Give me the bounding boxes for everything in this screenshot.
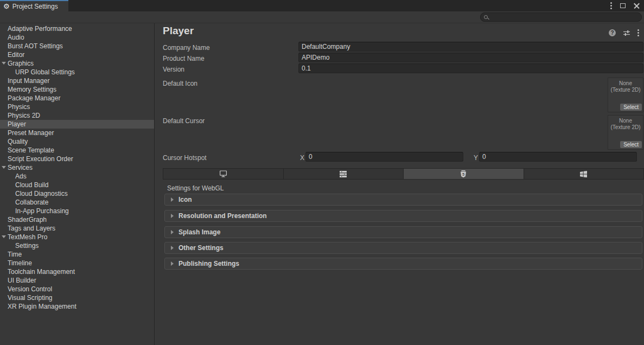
sidebar-item-shadergraph[interactable]: ShaderGraph [0,215,154,224]
sidebar-item-package-manager[interactable]: Package Manager [0,94,154,103]
sidebar-item-burst-aot-settings[interactable]: Burst AOT Settings [0,42,154,50]
sidebar-item-timeline[interactable]: Timeline [0,259,154,267]
sidebar-item-script-execution-order[interactable]: Script Execution Order [0,155,154,163]
sidebar-item-preset-manager[interactable]: Preset Manager [0,129,154,137]
sidebar-item-xr-plugin-management[interactable]: XR Plugin Management [0,302,154,311]
preset-icon[interactable] [623,30,630,36]
section-resolution-and-presentation[interactable]: Resolution and Presentation [164,210,642,222]
search-input[interactable] [490,13,641,21]
sidebar-item-memory-settings[interactable]: Memory Settings [0,85,154,94]
company-name-field[interactable] [298,42,643,52]
section-icon[interactable]: Icon [164,194,642,206]
section-publishing-settings[interactable]: Publishing Settings [164,258,642,270]
sidebar-item-textmesh-pro[interactable]: TextMesh Pro [0,233,154,241]
sidebar-item-cloud-build[interactable]: Cloud Build [0,181,154,189]
sidebar-item-ads[interactable]: Ads [0,172,154,181]
version-label: Version [163,66,184,73]
sidebar-item-editor[interactable]: Editor [0,50,154,59]
sidebar-item-adaptive-performance[interactable]: Adaptive Performance [0,24,154,33]
default-icon-type-text: (Texture 2D) [608,87,643,93]
platform-tabbar: 5 [163,168,644,180]
section-other-settings[interactable]: Other Settings [164,242,642,254]
sidebar-item-input-manager[interactable]: Input Manager [0,76,154,85]
window-titlebar: ⚙ Project Settings [0,0,644,11]
window-controls [610,0,640,11]
cursor-hotspot-label: Cursor Hotspot [163,154,207,162]
platform-tab-standalone[interactable] [163,169,284,179]
tab-title: Project Settings [12,3,58,10]
monitor-icon [219,170,227,177]
sidebar-item-graphics[interactable]: Graphics [0,59,154,68]
sidebar-item-toolchain-management[interactable]: Toolchain Management [0,267,154,276]
default-icon-none-text: None [608,80,643,86]
collapsed-triangle-icon [171,246,174,250]
version-field[interactable] [298,63,643,73]
search-icon [484,15,488,19]
search-box[interactable] [480,12,642,22]
collapsed-triangle-icon [171,261,174,266]
maximize-icon[interactable] [620,3,626,8]
sidebar-item-in-app-purchasing[interactable]: In-App Purchasing [0,207,154,215]
sidebar-item-visual-scripting[interactable]: Visual Scripting [0,293,154,302]
platform-tab-dedicated-server[interactable] [284,169,404,179]
sidebar-item-ui-builder[interactable]: UI Builder [0,276,154,285]
sidebar-item-physics-2d[interactable]: Physics 2D [0,111,154,120]
html5-icon: 5 [460,170,467,178]
sidebar-item-quality[interactable]: Quality [0,137,154,146]
foldout-triangle-icon[interactable] [2,62,6,65]
toolbar [0,11,644,23]
tab-project-settings[interactable]: ⚙ Project Settings [0,0,68,11]
sidebar-item-urp-global-settings[interactable]: URP Global Settings [0,68,154,76]
help-icon[interactable]: ? [609,29,616,36]
collapsed-triangle-icon [171,197,174,202]
cursor-hotspot-y-field[interactable] [479,152,637,162]
default-cursor-type-text: (Texture 2D) [608,124,643,130]
default-icon-select-button[interactable]: Select [620,104,642,111]
server-icon [340,171,347,177]
product-name-label: Product Name [163,55,205,62]
sidebar-item-time[interactable]: Time [0,250,154,259]
platform-tab-webgl[interactable]: 5 [404,169,524,179]
default-icon-object-picker[interactable]: None (Texture 2D) Select [608,78,643,112]
foldout-triangle-icon[interactable] [2,235,6,238]
sidebar-item-scene-template[interactable]: Scene Template [0,146,154,155]
close-icon[interactable] [634,3,640,9]
foldout-triangle-icon[interactable] [2,166,6,169]
gear-icon: ⚙ [3,3,10,10]
sidebar-item-physics[interactable]: Physics [0,103,154,111]
product-name-field[interactable] [298,53,643,62]
cursor-hotspot-y-label: Y [474,154,478,162]
default-cursor-none-text: None [608,118,643,124]
sidebar-item-version-control[interactable]: Version Control [0,285,154,293]
default-cursor-label: Default Cursor [163,117,205,125]
sidebar-item-services[interactable]: Services [0,163,154,172]
sidebar-item-cloud-diagnostics[interactable]: Cloud Diagnostics [0,189,154,198]
collapsed-triangle-icon [171,214,174,218]
platform-tab-windows-store[interactable] [524,169,644,179]
panel-menu-icon[interactable] [637,29,639,36]
sidebar-item-textmesh-settings[interactable]: Settings [0,241,154,250]
default-cursor-select-button[interactable]: Select [620,141,642,148]
windows-icon [580,171,587,177]
default-cursor-object-picker[interactable]: None (Texture 2D) Select [608,115,643,150]
player-settings-panel: Player ? Company Name Product Name Versi… [155,23,644,345]
window-menu-icon[interactable] [610,2,612,9]
sidebar-item-collaborate[interactable]: Collaborate [0,198,154,207]
panel-header-icons: ? [609,29,639,36]
collapsed-triangle-icon [171,230,174,234]
sidebar-item-player[interactable]: Player [0,120,154,129]
cursor-hotspot-x-label: X [300,154,304,162]
page-title: Player [163,25,194,37]
sidebar-item-tags-and-layers[interactable]: Tags and Layers [0,224,154,233]
default-icon-label: Default Icon [163,80,197,87]
company-name-label: Company Name [163,44,210,52]
sidebar-item-audio[interactable]: Audio [0,33,154,42]
settings-for-platform-label: Settings for WebGL [167,184,224,192]
settings-category-list: Adaptive Performance Audio Burst AOT Set… [0,23,155,345]
cursor-hotspot-x-field[interactable] [305,152,463,162]
svg-text:5: 5 [462,171,464,176]
section-splash-image[interactable]: Splash Image [164,226,642,238]
